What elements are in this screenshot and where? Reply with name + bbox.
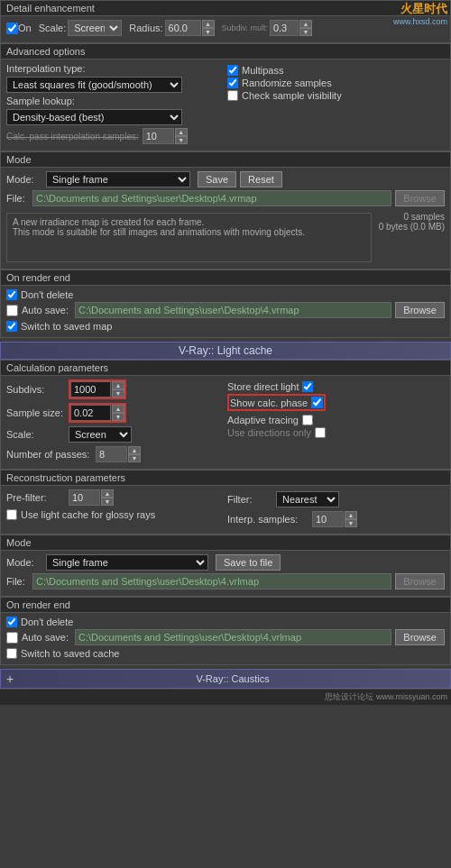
pre-filter-up[interactable]: ▲ bbox=[101, 489, 114, 498]
recon-params-cols: Pre-filter: ▲ ▼ Use light cache for glos… bbox=[6, 489, 445, 530]
pre-filter-down[interactable]: ▼ bbox=[101, 498, 114, 506]
advanced-options-right: Multipass Randomize samples Check sample… bbox=[227, 63, 445, 147]
filter-label: Filter: bbox=[227, 494, 272, 505]
sample-size-up[interactable]: ▲ bbox=[112, 405, 124, 413]
lc-scale-label: Scale: bbox=[6, 429, 65, 440]
detail-scale-select[interactable]: Screen bbox=[68, 20, 122, 36]
save-button[interactable]: Save bbox=[198, 171, 236, 187]
lc-switch-saved-label: Switch to saved cache bbox=[21, 648, 119, 659]
subdivs-spinner: ▲ ▼ bbox=[70, 381, 124, 397]
pre-filter-input[interactable] bbox=[69, 489, 100, 506]
light-cache-right: Store direct light Show calc. phase Adap… bbox=[227, 379, 445, 465]
calc-pass-down[interactable]: ▼ bbox=[175, 136, 188, 144]
advanced-options-body: Interpolation type: Least squares fit (g… bbox=[1, 59, 450, 151]
switch-saved-checkbox[interactable] bbox=[6, 321, 17, 332]
file-input[interactable] bbox=[32, 190, 391, 206]
caustics-expand-icon[interactable]: + bbox=[6, 672, 14, 686]
adaptive-tracing-checkbox[interactable] bbox=[302, 415, 313, 425]
detail-on-checkbox[interactable] bbox=[6, 23, 18, 34]
sample-lookup-select[interactable]: Density-based (best) bbox=[6, 109, 182, 125]
use-directions-label: Use directions only bbox=[227, 427, 311, 438]
detail-enhancement-row: On Scale: Screen Radius: ▲ ▼ Subdiv. mul… bbox=[6, 20, 445, 36]
num-passes-spinbtns: ▲ ▼ bbox=[128, 446, 141, 462]
lc-scale-select[interactable]: Screen bbox=[69, 426, 132, 443]
file-label: File: bbox=[6, 193, 29, 204]
lc-auto-save-browse-button[interactable]: Browse bbox=[395, 629, 445, 645]
detail-subdiv-input[interactable] bbox=[270, 20, 299, 36]
mode-section: Mode Mode: Single frame Save Reset File:… bbox=[0, 151, 451, 270]
detail-radius-input[interactable] bbox=[165, 20, 201, 36]
lc-switch-saved-checkbox[interactable] bbox=[6, 648, 17, 659]
lc-auto-save-input[interactable] bbox=[75, 629, 391, 645]
interp-samples-spinner: ▲ ▼ bbox=[312, 511, 357, 527]
info-stats: 0 samples 0 bytes (0.0 MB) bbox=[375, 210, 445, 265]
sample-size-input[interactable] bbox=[70, 405, 111, 421]
lc-dont-delete-checkbox[interactable] bbox=[6, 617, 17, 627]
calc-pass-input[interactable] bbox=[143, 128, 174, 144]
interp-samples-up[interactable]: ▲ bbox=[345, 511, 357, 519]
auto-save-checkbox[interactable] bbox=[6, 305, 18, 316]
auto-save-input[interactable] bbox=[75, 302, 391, 318]
detail-radius-label: Radius: bbox=[129, 23, 162, 33]
lc-file-input[interactable] bbox=[32, 573, 391, 589]
sample-size-row: Sample size: ▲ ▼ bbox=[6, 403, 224, 423]
reset-button[interactable]: Reset bbox=[240, 171, 282, 187]
store-direct-checkbox[interactable] bbox=[302, 381, 313, 392]
num-passes-down[interactable]: ▼ bbox=[128, 454, 141, 462]
show-calc-checkbox[interactable] bbox=[311, 397, 323, 408]
randomize-label: Randomize samples bbox=[242, 78, 332, 88]
interp-samples-input[interactable] bbox=[312, 511, 344, 527]
use-light-cache-checkbox[interactable] bbox=[6, 509, 17, 520]
subdivs-spinbtns: ▲ ▼ bbox=[112, 381, 124, 397]
multipass-label: Multipass bbox=[242, 65, 283, 76]
subdivs-up[interactable]: ▲ bbox=[112, 381, 124, 389]
detail-subdiv-spinbtns: ▲ ▼ bbox=[299, 20, 312, 36]
auto-save-browse-button[interactable]: Browse bbox=[395, 302, 445, 318]
browse-button[interactable]: Browse bbox=[395, 190, 445, 206]
lc-mode-select[interactable]: Single frame bbox=[46, 554, 208, 571]
calc-pass-spinner: ▲ ▼ bbox=[143, 128, 188, 144]
randomize-checkbox[interactable] bbox=[227, 78, 238, 88]
use-directions-checkbox[interactable] bbox=[315, 427, 326, 438]
use-directions-row: Use directions only bbox=[227, 427, 445, 438]
interpolation-select[interactable]: Least squares fit (good/smooth) bbox=[6, 77, 182, 93]
interpolation-row: Interpolation type: bbox=[6, 63, 224, 74]
dont-delete-checkbox[interactable] bbox=[6, 289, 17, 300]
filter-select[interactable]: Nearest bbox=[276, 491, 339, 507]
multipass-checkbox[interactable] bbox=[227, 65, 238, 76]
light-cache-left: Subdivs: ▲ ▼ Sample size: bbox=[6, 379, 224, 465]
num-passes-up[interactable]: ▲ bbox=[128, 446, 141, 454]
calc-pass-up[interactable]: ▲ bbox=[175, 128, 188, 136]
check-visibility-checkbox[interactable] bbox=[227, 90, 238, 101]
detail-radius-up[interactable]: ▲ bbox=[202, 20, 215, 28]
lc-auto-save-checkbox[interactable] bbox=[6, 632, 18, 644]
detail-enhancement-body: On Scale: Screen Radius: ▲ ▼ Subdiv. mul… bbox=[1, 16, 450, 42]
lc-mode-title: Mode bbox=[6, 537, 32, 548]
recon-params-section: Reconstruction parameters Pre-filter: ▲ … bbox=[0, 470, 451, 535]
sample-size-down[interactable]: ▼ bbox=[112, 413, 124, 421]
interp-samples-down[interactable]: ▼ bbox=[345, 519, 357, 527]
samples-label: 0 samples bbox=[379, 212, 445, 222]
save-to-file-button[interactable]: Save to file bbox=[216, 554, 281, 571]
lc-auto-save-label: Auto save: bbox=[22, 632, 71, 643]
mode-select[interactable]: Single frame bbox=[46, 171, 190, 187]
num-passes-input[interactable] bbox=[96, 446, 127, 462]
detail-radius-down[interactable]: ▼ bbox=[202, 28, 215, 36]
interp-samples-label: Interp. samples: bbox=[227, 514, 308, 525]
use-light-cache-label: Use light cache for glossy rays bbox=[21, 509, 155, 520]
detail-subdiv-up[interactable]: ▲ bbox=[299, 20, 312, 28]
detail-enhancement-section: Detail enhancement On Scale: Screen Radi… bbox=[0, 0, 451, 43]
lc-browse-button[interactable]: Browse bbox=[395, 573, 445, 589]
pre-filter-spinbtns: ▲ ▼ bbox=[101, 489, 114, 506]
subdivs-down[interactable]: ▼ bbox=[112, 389, 124, 397]
detail-radius-spinner: ▲ ▼ bbox=[165, 20, 215, 36]
interp-samples-spinbtns: ▲ ▼ bbox=[345, 511, 357, 527]
switch-saved-row: Switch to saved map bbox=[6, 321, 445, 332]
subdivs-input[interactable] bbox=[70, 381, 111, 397]
recon-params-body: Pre-filter: ▲ ▼ Use light cache for glos… bbox=[1, 486, 450, 534]
render-end-header: On render end bbox=[1, 270, 450, 286]
interpolation-select-row: Least squares fit (good/smooth) bbox=[6, 77, 224, 93]
detail-subdiv-down[interactable]: ▼ bbox=[299, 28, 312, 36]
lc-mode-header: Mode bbox=[1, 535, 450, 551]
advanced-options-title: Advanced options bbox=[6, 46, 85, 57]
